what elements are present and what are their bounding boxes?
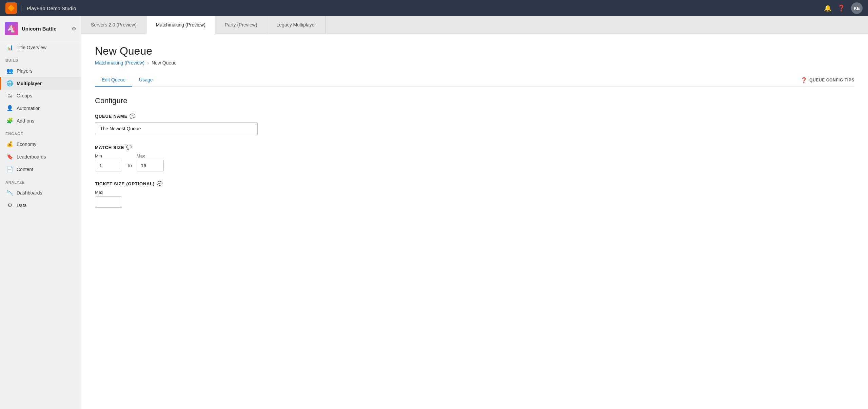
ticket-size-info-icon[interactable]: 💬 bbox=[157, 181, 163, 186]
main-area: Servers 2.0 (Preview) Matchmaking (Previ… bbox=[81, 16, 868, 409]
bell-icon[interactable]: 🔔 bbox=[824, 4, 831, 12]
sidebar-item-label: Automation bbox=[17, 106, 41, 111]
subtab-edit-queue-label: Edit Queue bbox=[102, 77, 125, 82]
sidebar-item-dashboards[interactable]: 📉 Dashboards bbox=[0, 186, 81, 199]
configure-section-title: Configure bbox=[95, 96, 854, 105]
automation-icon: 👤 bbox=[6, 105, 13, 111]
data-icon: ⚙ bbox=[6, 202, 13, 208]
sidebar-item-groups[interactable]: 🗂 Groups bbox=[0, 90, 81, 102]
sidebar-item-label: Add-ons bbox=[17, 118, 34, 124]
sidebar-item-content[interactable]: 📄 Content bbox=[0, 163, 81, 175]
players-icon: 👥 bbox=[6, 68, 13, 74]
sidebar-item-label: Groups bbox=[17, 93, 32, 98]
subtab-usage-label: Usage bbox=[139, 77, 153, 82]
topbar-divider: | bbox=[21, 5, 23, 12]
game-name: Unicorn Battle bbox=[22, 26, 57, 32]
breadcrumb-separator: › bbox=[147, 60, 149, 66]
content-area: New Queue Matchmaking (Preview) › New Qu… bbox=[81, 34, 868, 409]
dashboards-icon: 📉 bbox=[6, 189, 13, 196]
match-size-min-input[interactable] bbox=[95, 160, 122, 171]
sidebar-item-label: Economy bbox=[17, 142, 36, 147]
sidebar-item-label: Leaderboards bbox=[17, 154, 46, 160]
game-icon: 🦄 bbox=[5, 22, 18, 35]
match-size-label-text: Match Size bbox=[95, 145, 124, 150]
sidebar-item-economy[interactable]: 💰 Economy bbox=[0, 138, 81, 150]
sidebar-section-analyze: Analyze bbox=[0, 175, 81, 186]
app-name: PlayFab Demo Studio bbox=[27, 5, 76, 11]
tab-matchmaking-label: Matchmaking (Preview) bbox=[156, 22, 205, 27]
main-layout: 🦄 Unicorn Battle ⚙ 📊 Title Overview Buil… bbox=[0, 16, 868, 409]
match-size-max-label: Max bbox=[137, 153, 164, 159]
breadcrumb-current: New Queue bbox=[152, 60, 177, 66]
sidebar-item-leaderboards[interactable]: 🔖 Leaderboards bbox=[0, 150, 81, 163]
sidebar-item-addons[interactable]: 🧩 Add-ons bbox=[0, 114, 81, 127]
subtab-bar: Edit Queue Usage ❓ Queue Config Tips bbox=[95, 74, 854, 87]
queue-name-info-icon[interactable]: 💬 bbox=[130, 113, 136, 119]
sidebar-item-label: Title Overview bbox=[17, 45, 46, 50]
sidebar: 🦄 Unicorn Battle ⚙ 📊 Title Overview Buil… bbox=[0, 16, 81, 409]
tab-party-label: Party (Preview) bbox=[225, 22, 257, 27]
match-size-max-input[interactable] bbox=[137, 160, 164, 171]
topbar-left: 🔶 | PlayFab Demo Studio bbox=[5, 2, 76, 14]
queue-config-tips-icon: ❓ bbox=[801, 77, 808, 83]
topbar-right: 🔔 ❓ KE bbox=[824, 2, 863, 14]
sidebar-item-title-overview[interactable]: 📊 Title Overview bbox=[0, 41, 81, 54]
page-title: New Queue bbox=[95, 45, 854, 57]
queue-config-tips-label: Queue Config Tips bbox=[809, 78, 854, 82]
sidebar-item-players[interactable]: 👥 Players bbox=[0, 64, 81, 77]
subtab-edit-queue[interactable]: Edit Queue bbox=[95, 74, 132, 87]
tab-matchmaking[interactable]: Matchmaking (Preview) bbox=[146, 16, 215, 34]
breadcrumb: Matchmaking (Preview) › New Queue bbox=[95, 60, 854, 66]
sidebar-item-label: Multiplayer bbox=[17, 81, 42, 86]
queue-name-label: Queue Name 💬 bbox=[95, 113, 854, 119]
match-size-field-group: Match Size 💬 Min To Max bbox=[95, 145, 854, 171]
user-avatar[interactable]: KE bbox=[851, 2, 863, 14]
sidebar-item-automation[interactable]: 👤 Automation bbox=[0, 102, 81, 114]
help-icon[interactable]: ❓ bbox=[837, 4, 845, 12]
settings-icon[interactable]: ⚙ bbox=[72, 25, 76, 32]
match-size-label: Match Size 💬 bbox=[95, 145, 854, 150]
ticket-size-max-input[interactable] bbox=[95, 196, 122, 208]
match-size-min-field: Min bbox=[95, 153, 122, 171]
match-size-to-label: To bbox=[127, 163, 132, 168]
queue-name-field-group: Queue Name 💬 bbox=[95, 113, 854, 135]
tab-servers[interactable]: Servers 2.0 (Preview) bbox=[81, 16, 146, 34]
match-size-max-field: Max bbox=[137, 153, 164, 171]
match-size-info-icon[interactable]: 💬 bbox=[126, 145, 132, 150]
ticket-size-label: Ticket Size (Optional) 💬 bbox=[95, 181, 854, 186]
sidebar-section-engage: Engage bbox=[0, 127, 81, 138]
groups-icon: 🗂 bbox=[6, 93, 13, 99]
queue-name-label-text: Queue Name bbox=[95, 114, 127, 119]
breadcrumb-link[interactable]: Matchmaking (Preview) bbox=[95, 60, 144, 66]
content-icon: 📄 bbox=[6, 166, 13, 172]
sidebar-item-multiplayer[interactable]: 🌐 Multiplayer bbox=[0, 77, 81, 90]
ticket-size-field-group: Ticket Size (Optional) 💬 Max bbox=[95, 181, 854, 208]
tab-servers-label: Servers 2.0 (Preview) bbox=[91, 22, 137, 27]
topbar: 🔶 | PlayFab Demo Studio 🔔 ❓ KE bbox=[0, 0, 868, 16]
sidebar-item-label: Content bbox=[17, 167, 33, 172]
queue-name-input[interactable] bbox=[95, 122, 258, 135]
sidebar-section-build: Build bbox=[0, 54, 81, 64]
match-size-row: Min To Max bbox=[95, 153, 854, 171]
game-emoji: 🦄 bbox=[7, 24, 16, 33]
sidebar-item-label: Players bbox=[17, 68, 33, 74]
multiplayer-icon: 🌐 bbox=[6, 80, 13, 87]
match-size-min-label: Min bbox=[95, 153, 122, 159]
app-logo-icon[interactable]: 🔶 bbox=[5, 2, 17, 14]
subtab-usage[interactable]: Usage bbox=[132, 74, 159, 87]
economy-icon: 💰 bbox=[6, 141, 13, 147]
ticket-size-label-text: Ticket Size (Optional) bbox=[95, 181, 155, 186]
tab-legacy-label: Legacy Multiplayer bbox=[277, 22, 316, 27]
subtab-left: Edit Queue Usage bbox=[95, 74, 160, 87]
sidebar-item-data[interactable]: ⚙ Data bbox=[0, 199, 81, 211]
title-overview-icon: 📊 bbox=[6, 44, 13, 51]
tab-party[interactable]: Party (Preview) bbox=[215, 16, 267, 34]
tabbar: Servers 2.0 (Preview) Matchmaking (Previ… bbox=[81, 16, 868, 34]
queue-config-tips-button[interactable]: ❓ Queue Config Tips bbox=[801, 77, 855, 83]
leaderboards-icon: 🔖 bbox=[6, 153, 13, 160]
addons-icon: 🧩 bbox=[6, 117, 13, 124]
sidebar-item-label: Data bbox=[17, 203, 27, 208]
sidebar-header: 🦄 Unicorn Battle ⚙ bbox=[0, 16, 81, 41]
tab-legacy[interactable]: Legacy Multiplayer bbox=[267, 16, 326, 34]
ticket-size-max-field: Max bbox=[95, 190, 854, 208]
